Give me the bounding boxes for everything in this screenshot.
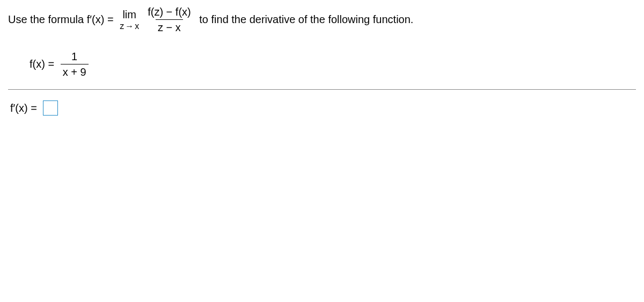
statement-text-after: to find the derivative of the following … <box>196 13 414 26</box>
lim-var-x: x <box>135 21 139 31</box>
statement-text-before: Use the formula f <box>8 13 90 26</box>
problem-statement: Use the formula f′(x) = lim z→x f(z) − f… <box>8 5 636 34</box>
arrow-icon: → <box>124 21 135 31</box>
given-fraction: 1 x + 9 <box>61 50 89 78</box>
equals-text: (x) = <box>92 13 116 26</box>
limit-expression: lim z→x <box>120 9 139 31</box>
difference-quotient-fraction: f(z) − f(x) z − x <box>145 5 193 34</box>
lim-subscript: z→x <box>120 22 139 31</box>
answer-lhs-rest: (x) = <box>15 102 40 114</box>
fraction-numerator: f(z) − f(x) <box>145 5 193 19</box>
divider-line <box>8 89 636 90</box>
fraction-denominator: z − x <box>156 19 183 34</box>
given-numerator: 1 <box>69 50 79 64</box>
lim-label: lim <box>122 9 136 20</box>
function-lhs: f(x) = <box>30 58 57 70</box>
derivative-input[interactable] <box>43 100 58 116</box>
lim-var-z: z <box>120 21 124 31</box>
given-function: f(x) = 1 x + 9 <box>30 50 636 78</box>
given-denominator: x + 9 <box>61 64 89 78</box>
answer-line: f′(x) = <box>10 100 636 116</box>
